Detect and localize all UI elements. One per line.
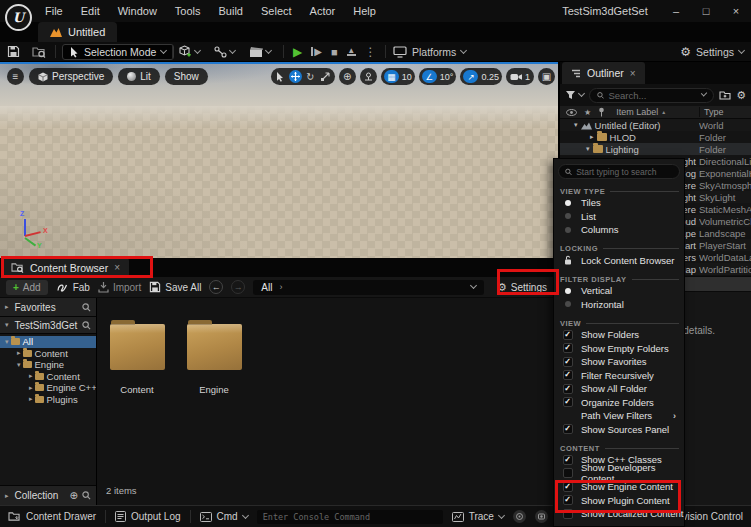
console-command-box[interactable] xyxy=(257,510,443,524)
surface-snapping-button[interactable] xyxy=(360,68,377,85)
scale-snap-control[interactable]: ↗ 0.25 xyxy=(460,68,502,85)
menu-bar-item[interactable]: Window xyxy=(109,0,166,22)
menu-item[interactable]: ✓ Lock Content Browser › xyxy=(554,254,684,268)
cmd-dropdown[interactable]: Cmd xyxy=(200,511,248,522)
search-icon[interactable] xyxy=(82,491,91,500)
outliner-new-folder-button[interactable] xyxy=(719,90,731,100)
visibility-column-eye-icon[interactable] xyxy=(566,109,577,116)
trace-screenshot-button[interactable] xyxy=(535,510,548,523)
move-tool-button[interactable] xyxy=(289,70,302,83)
outliner-search-box[interactable] xyxy=(589,88,714,103)
tab-content-browser[interactable]: Content Browser × xyxy=(2,258,129,277)
menu-bar-item[interactable]: File xyxy=(36,0,72,22)
output-log-button[interactable]: Output Log xyxy=(115,511,180,522)
expand-arrow-icon[interactable]: ▸ xyxy=(29,372,33,380)
tab-outliner[interactable]: Outliner × xyxy=(562,62,645,84)
save-button[interactable] xyxy=(7,42,20,61)
tree-row[interactable]: ▾ Engine xyxy=(0,359,96,371)
trace-dropdown[interactable]: Trace xyxy=(452,511,504,522)
asset-folder-tile[interactable]: Content xyxy=(108,319,166,395)
play-button[interactable]: ▶ xyxy=(293,45,302,59)
expand-arrow-icon[interactable]: ▸ xyxy=(590,133,594,141)
expand-arrow-icon[interactable]: ▾ xyxy=(574,121,578,129)
add-collection-icon[interactable]: ⊕ xyxy=(70,490,78,501)
asset-folder-tile[interactable]: Engine xyxy=(185,319,243,395)
expand-arrow-icon[interactable]: ▾ xyxy=(17,361,21,369)
viewport-lit-dropdown[interactable]: Lit xyxy=(118,68,160,85)
menu-search-input[interactable] xyxy=(576,167,673,177)
menu-item[interactable]: ✓ Show Sources Panel › xyxy=(554,423,684,437)
add-button[interactable]: + Add xyxy=(6,280,48,295)
menu-bar-item[interactable]: Edit xyxy=(72,0,109,22)
menu-bar-item[interactable]: Tools xyxy=(166,0,210,22)
menu-item[interactable]: ✓ Filter Recursively › xyxy=(554,369,684,383)
play-options-dots-icon[interactable]: ⋮ xyxy=(365,45,377,59)
menu-item[interactable]: ✓ Path View Filters › xyxy=(554,409,684,423)
save-all-button[interactable]: Save All xyxy=(149,281,201,293)
menu-search-box[interactable] xyxy=(558,164,680,179)
unreal-engine-logo[interactable]: U xyxy=(5,4,32,31)
project-sources-header[interactable]: ▾ TestSim3dGet xyxy=(0,317,96,334)
menu-item[interactable]: ✓ Show Developers Content › xyxy=(554,467,684,481)
console-command-input[interactable] xyxy=(263,512,437,522)
outliner-settings-gear-icon[interactable]: ⚙ xyxy=(736,89,746,102)
menu-item[interactable]: ✓ Show Engine Content › xyxy=(554,480,684,494)
level-viewport[interactable]: ≡ Perspective Lit Show ↻ ⊕ ▦ 10 ∠ 10° xyxy=(0,62,558,258)
tab-untitled-level[interactable]: Untitled xyxy=(38,22,117,42)
expand-arrow-icon[interactable]: ▾ xyxy=(586,145,590,153)
menu-item[interactable]: ✓ Organize Folders › xyxy=(554,396,684,410)
import-button[interactable]: Import xyxy=(98,282,141,293)
expand-arrow-icon[interactable]: ▾ xyxy=(5,338,9,346)
tree-row[interactable]: ▸ Content xyxy=(0,348,96,360)
breadcrumb-root[interactable]: All xyxy=(261,282,272,293)
forward-button[interactable]: → xyxy=(231,280,245,294)
grid-snap-control[interactable]: ▦ 10 xyxy=(381,68,415,85)
content-browser-settings-button[interactable]: ⚙ Settings xyxy=(492,279,552,295)
camera-speed-control[interactable]: 1 xyxy=(506,68,534,85)
menu-item[interactable]: ✓ Tiles › xyxy=(554,196,684,210)
rotate-tool-button[interactable]: ↻ xyxy=(304,70,317,83)
selection-mode-dropdown[interactable]: Selection Mode xyxy=(62,44,174,60)
tree-row[interactable]: ▾ All xyxy=(0,336,96,348)
menu-item[interactable]: ✓ Show Favorites › xyxy=(554,355,684,369)
pin-column-icon[interactable] xyxy=(598,107,605,117)
favorite-column-star-icon[interactable]: ★ xyxy=(584,108,591,117)
tree-row[interactable]: ▸ Engine C++ Classes xyxy=(0,382,96,394)
scale-tool-button[interactable] xyxy=(319,70,332,83)
viewport-show-dropdown[interactable]: Show xyxy=(165,68,208,85)
back-button[interactable]: ← xyxy=(209,280,223,294)
world-transform-space-button[interactable]: ⊕ xyxy=(339,68,356,85)
outliner-row[interactable]: ▾ Lighting Folder xyxy=(560,143,751,155)
favorites-header[interactable]: ▸ Favorites xyxy=(0,298,96,317)
platforms-dropdown[interactable]: Platforms xyxy=(393,42,466,61)
cinematics-button[interactable] xyxy=(249,42,271,61)
menu-item[interactable]: ✓ Show Folders › xyxy=(554,328,684,342)
menu-item[interactable]: ✓ Show Localized Content › xyxy=(554,507,684,521)
menu-item[interactable]: ✓ Vertical › xyxy=(554,284,684,298)
rotation-snap-control[interactable]: ∠ 10° xyxy=(419,68,457,85)
menu-bar-item[interactable]: Select xyxy=(252,0,301,22)
outliner-search-input[interactable] xyxy=(608,90,697,101)
column-header-item-label[interactable]: Item Label xyxy=(616,107,658,117)
chevron-down-icon[interactable] xyxy=(470,282,477,289)
blueprints-button[interactable] xyxy=(214,42,235,61)
content-drawer-button[interactable]: Content Drawer xyxy=(8,511,96,522)
collections-header[interactable]: ▸ Collection ⊕ xyxy=(0,485,96,505)
browse-content-button[interactable] xyxy=(32,42,46,61)
expand-arrow-icon[interactable]: ▸ xyxy=(17,349,21,357)
eject-button[interactable]: ▲ xyxy=(347,48,356,56)
menu-item[interactable]: ✓ Show All Folder › xyxy=(554,382,684,396)
add-actor-button[interactable] xyxy=(179,42,200,61)
search-icon[interactable] xyxy=(82,321,91,330)
stop-button[interactable]: ■ xyxy=(331,46,338,58)
maximize-button[interactable]: □ xyxy=(691,0,721,22)
menu-item[interactable]: ✓ Show Plugin Content › xyxy=(554,494,684,508)
tree-row[interactable]: ▸ Plugins xyxy=(0,394,96,406)
menu-item[interactable]: ✓ Show Empty Folders › xyxy=(554,342,684,356)
close-button[interactable]: × xyxy=(721,0,751,22)
column-header-type[interactable]: Type xyxy=(699,107,724,117)
outliner-filter-button[interactable] xyxy=(565,90,584,100)
fab-button[interactable]: Fab xyxy=(56,282,90,293)
trace-bookmark-button[interactable] xyxy=(513,510,526,523)
viewport-perspective-dropdown[interactable]: Perspective xyxy=(29,68,113,85)
